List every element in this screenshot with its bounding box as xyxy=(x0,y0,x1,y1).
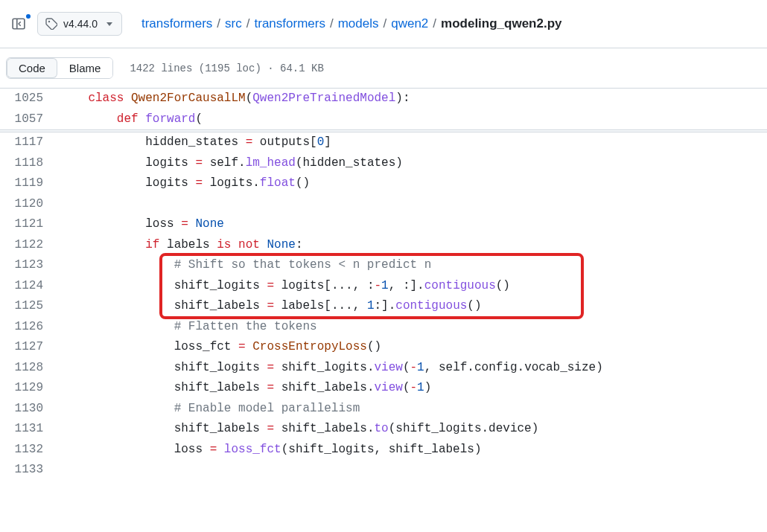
line-number[interactable]: 1119 xyxy=(0,173,60,194)
line-number[interactable]: 1125 xyxy=(0,296,60,317)
view-tabs: Code Blame xyxy=(6,57,113,79)
code-line: 1126 # Flatten the tokens xyxy=(0,317,767,338)
code-line: 1119 logits = logits.float() xyxy=(0,173,767,194)
code-source[interactable]: # Flatten the tokens xyxy=(60,317,317,338)
code-source[interactable]: shift_labels = shift_labels.view(-1) xyxy=(60,378,431,399)
code-source[interactable]: shift_labels = shift_labels.to(shift_log… xyxy=(60,419,538,440)
line-number[interactable]: 1128 xyxy=(0,358,60,379)
code-source[interactable]: # Shift so that tokens < n predict n xyxy=(60,255,431,276)
line-number[interactable]: 1131 xyxy=(0,419,60,440)
code-source[interactable]: loss = None xyxy=(60,214,224,235)
line-number[interactable]: 1127 xyxy=(0,337,60,358)
line-number[interactable]: 1117 xyxy=(0,132,60,153)
breadcrumb-separator: / xyxy=(245,16,252,31)
breadcrumb-current: modeling_qwen2.py xyxy=(441,16,561,31)
code-source[interactable]: logits = self.lm_head(hidden_states) xyxy=(60,153,403,174)
code-line: 1125 shift_labels = labels[..., 1:].cont… xyxy=(0,296,767,317)
code-line: 1124 shift_logits = logits[..., :-1, :].… xyxy=(0,276,767,297)
line-number[interactable]: 1132 xyxy=(0,440,60,461)
blue-dot-indicator xyxy=(25,13,32,20)
code-source[interactable]: shift_logits = logits[..., :-1, :].conti… xyxy=(60,276,510,297)
branch-tag-selector[interactable]: v4.44.0 xyxy=(37,12,122,36)
code-line: 1118 logits = self.lm_head(hidden_states… xyxy=(0,153,767,174)
breadcrumb-link[interactable]: transformers xyxy=(141,16,212,31)
breadcrumb: transformers/src/transformers/models/qwe… xyxy=(141,16,562,31)
code-line: 1127 loss_fct = CrossEntropyLoss() xyxy=(0,337,767,358)
breadcrumb-separator: / xyxy=(328,16,335,31)
code-line: 1129 shift_labels = shift_labels.view(-1… xyxy=(0,378,767,399)
tag-icon xyxy=(45,18,57,30)
code-viewer: 1025 class Qwen2ForCausalLM(Qwen2PreTrai… xyxy=(0,88,767,481)
line-number[interactable]: 1120 xyxy=(0,194,60,215)
breadcrumb-link[interactable]: transformers xyxy=(255,16,325,31)
code-line: 1122 if labels is not None: xyxy=(0,235,767,256)
line-number[interactable]: 1025 xyxy=(0,89,60,109)
svg-point-2 xyxy=(48,21,50,22)
breadcrumb-separator: / xyxy=(215,16,222,31)
line-number[interactable]: 1123 xyxy=(0,255,60,276)
code-source[interactable]: # Enable model parallelism xyxy=(60,399,360,420)
side-panel-toggle[interactable] xyxy=(6,12,31,36)
code-line: 1128 shift_logits = shift_logits.view(-1… xyxy=(0,358,767,379)
branch-tag-label: v4.44.0 xyxy=(63,18,98,30)
code-source[interactable]: def forward( xyxy=(60,109,203,130)
code-line: 1131 shift_labels = shift_labels.to(shif… xyxy=(0,419,767,440)
breadcrumb-link[interactable]: qwen2 xyxy=(391,16,428,31)
code-source[interactable]: loss = loss_fct(shift_logits, shift_labe… xyxy=(60,440,482,461)
chevron-down-icon xyxy=(106,22,112,26)
code-toolbar: Code Blame 1422 lines (1195 loc) · 64.1 … xyxy=(0,48,767,88)
code-line: 1120 xyxy=(0,194,767,215)
line-number[interactable]: 1129 xyxy=(0,378,60,399)
breadcrumb-separator: / xyxy=(431,16,438,31)
line-number[interactable]: 1133 xyxy=(0,460,60,481)
breadcrumb-link[interactable]: src xyxy=(225,16,242,31)
tab-code[interactable]: Code xyxy=(7,58,57,78)
code-source[interactable]: shift_labels = labels[..., 1:].contiguou… xyxy=(60,296,482,317)
code-source[interactable]: logits = logits.float() xyxy=(60,173,310,194)
line-number[interactable]: 1126 xyxy=(0,317,60,338)
code-source[interactable]: class Qwen2ForCausalLM(Qwen2PreTrainedMo… xyxy=(60,89,410,109)
code-source[interactable]: hidden_states = outputs[0] xyxy=(60,132,331,153)
line-number[interactable]: 1122 xyxy=(0,235,60,256)
code-line: 1130 # Enable model parallelism xyxy=(0,399,767,420)
breadcrumb-separator: / xyxy=(381,16,388,31)
code-line: 1025 class Qwen2ForCausalLM(Qwen2PreTrai… xyxy=(0,89,767,109)
code-line: 1133 xyxy=(0,460,767,481)
line-number[interactable]: 1057 xyxy=(0,109,60,130)
code-source[interactable]: shift_logits = shift_logits.view(-1, sel… xyxy=(60,358,603,379)
breadcrumb-link[interactable]: models xyxy=(338,16,379,31)
code-source[interactable]: loss_fct = CrossEntropyLoss() xyxy=(60,337,381,358)
line-number[interactable]: 1130 xyxy=(0,399,60,420)
code-line: 1117 hidden_states = outputs[0] xyxy=(0,132,767,153)
code-line: 1121 loss = None xyxy=(0,214,767,235)
line-number[interactable]: 1121 xyxy=(0,214,60,235)
code-line: 1123 # Shift so that tokens < n predict … xyxy=(0,255,767,276)
line-number[interactable]: 1124 xyxy=(0,276,60,297)
tab-blame[interactable]: Blame xyxy=(57,58,113,78)
file-info-text: 1422 lines (1195 loc) · 64.1 KB xyxy=(130,63,323,74)
code-line: 1132 loss = loss_fct(shift_logits, shift… xyxy=(0,440,767,461)
code-line: 1057 def forward( xyxy=(0,109,767,130)
code-source[interactable]: if labels is not None: xyxy=(60,235,302,256)
line-number[interactable]: 1118 xyxy=(0,153,60,174)
file-header: v4.44.0 transformers/src/transformers/mo… xyxy=(0,0,767,48)
